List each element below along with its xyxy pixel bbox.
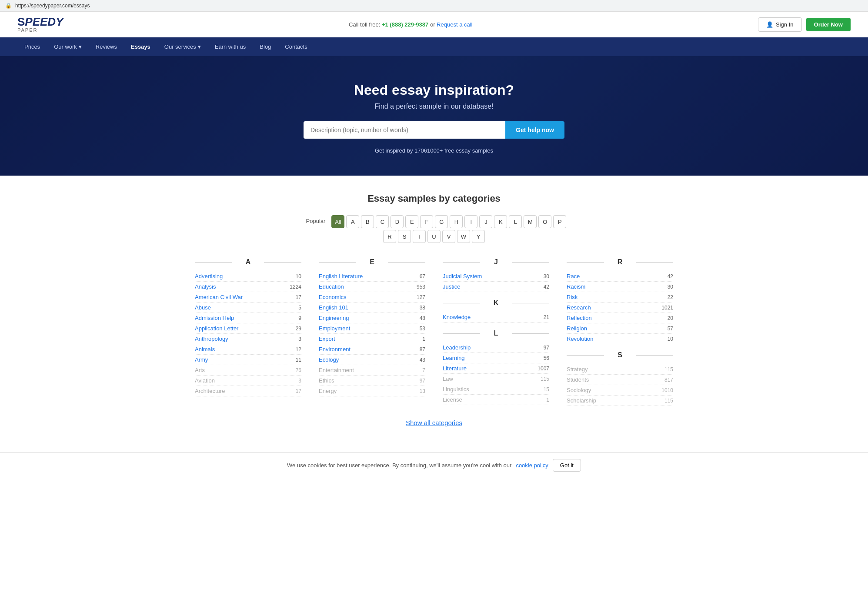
- category-link[interactable]: Aviation: [195, 377, 284, 384]
- list-item: Racism 30: [567, 282, 673, 292]
- phone-link[interactable]: +1 (888) 229-9387: [382, 21, 428, 28]
- category-link[interactable]: Revolution: [567, 336, 656, 342]
- category-link[interactable]: Literature: [443, 365, 532, 372]
- show-all-link[interactable]: Show all categories: [406, 419, 462, 426]
- category-link[interactable]: Scholarship: [567, 397, 656, 404]
- category-link[interactable]: English Literature: [319, 273, 408, 279]
- nav-reviews[interactable]: Reviews: [89, 37, 124, 56]
- alpha-btn-d[interactable]: D: [391, 215, 404, 228]
- alpha-btn-l[interactable]: L: [509, 215, 522, 228]
- alpha-btn-h[interactable]: H: [450, 215, 463, 228]
- nav-contacts[interactable]: Contacts: [278, 37, 314, 56]
- alpha-btn-f[interactable]: F: [420, 215, 433, 228]
- category-link[interactable]: English 101: [319, 304, 408, 311]
- alpha-btn-c[interactable]: C: [376, 215, 389, 228]
- category-link[interactable]: Strategy: [567, 366, 656, 372]
- alpha-btn-u[interactable]: U: [427, 230, 441, 243]
- category-link[interactable]: Environment: [319, 346, 408, 353]
- category-link[interactable]: Export: [319, 336, 408, 342]
- alpha-btn-w[interactable]: W: [457, 230, 470, 243]
- alpha-btn-s[interactable]: S: [398, 230, 411, 243]
- alpha-btn-t[interactable]: T: [413, 230, 426, 243]
- category-link[interactable]: Application Letter: [195, 325, 284, 332]
- alpha-btn-j[interactable]: J: [479, 215, 492, 228]
- category-link[interactable]: Economics: [319, 294, 408, 300]
- nav-our-work[interactable]: Our work ▾: [47, 37, 89, 56]
- category-link[interactable]: Animals: [195, 346, 284, 353]
- alpha-btn-m[interactable]: M: [524, 215, 537, 228]
- category-link[interactable]: Arts: [195, 367, 284, 373]
- nav-blog[interactable]: Blog: [253, 37, 278, 56]
- list-item: Army 11: [195, 355, 301, 365]
- nav-prices[interactable]: Prices: [17, 37, 47, 56]
- alpha-btn-g[interactable]: G: [435, 215, 448, 228]
- search-input[interactable]: [304, 121, 505, 139]
- nav-essays[interactable]: Essays: [124, 37, 157, 56]
- category-link[interactable]: Admission Help: [195, 315, 284, 321]
- nav-earn-with-us[interactable]: Earn with us: [208, 37, 253, 56]
- category-link[interactable]: Leadership: [443, 344, 532, 351]
- list-item: Engineering 48: [319, 313, 425, 323]
- cookie-policy-link[interactable]: cookie policy: [516, 462, 548, 469]
- category-count: 15: [532, 386, 549, 392]
- gotit-button[interactable]: Got it: [553, 459, 581, 472]
- category-link[interactable]: Abuse: [195, 304, 284, 311]
- alpha-btn-y[interactable]: Y: [472, 230, 485, 243]
- order-button[interactable]: Order Now: [806, 18, 851, 31]
- list-item: English Literature 67: [319, 271, 425, 282]
- category-link[interactable]: Race: [567, 273, 656, 279]
- alpha-btn-v[interactable]: V: [442, 230, 455, 243]
- list-item: Analysis 1224: [195, 282, 301, 292]
- category-link[interactable]: Energy: [319, 388, 408, 394]
- category-link[interactable]: Analysis: [195, 283, 284, 290]
- search-button[interactable]: Get help now: [505, 121, 564, 139]
- list-item: Sociology 1010: [567, 385, 673, 396]
- category-link[interactable]: Entertainment: [319, 367, 408, 373]
- category-link[interactable]: Research: [567, 304, 656, 311]
- category-link[interactable]: Advertising: [195, 273, 284, 279]
- category-link[interactable]: Learning: [443, 355, 532, 361]
- category-link[interactable]: Students: [567, 376, 656, 383]
- alpha-btn-b[interactable]: B: [361, 215, 374, 228]
- alpha-btn-o[interactable]: O: [538, 215, 551, 228]
- call-label: Call toll free:: [349, 21, 380, 28]
- request-call-link[interactable]: Request a call: [437, 21, 472, 28]
- category-link[interactable]: Ecology: [319, 356, 408, 363]
- category-link[interactable]: Justice: [443, 283, 532, 290]
- category-link[interactable]: Knowledge: [443, 314, 532, 320]
- category-link[interactable]: Sociology: [567, 387, 656, 393]
- category-link[interactable]: Religion: [567, 325, 656, 332]
- category-link[interactable]: Law: [443, 376, 532, 382]
- category-link[interactable]: Judicial System: [443, 273, 532, 279]
- alpha-btn-e[interactable]: E: [405, 215, 418, 228]
- category-count: 43: [408, 357, 425, 363]
- category-link[interactable]: License: [443, 396, 532, 403]
- alpha-btn-r[interactable]: R: [383, 230, 396, 243]
- nav-our-services[interactable]: Our services ▾: [157, 37, 208, 56]
- category-link[interactable]: Architecture: [195, 388, 284, 394]
- alpha-btn-all[interactable]: All: [331, 215, 344, 228]
- category-count: 48: [408, 315, 425, 321]
- category-link[interactable]: American Civil War: [195, 294, 284, 300]
- category-count: 57: [656, 326, 673, 332]
- category-link[interactable]: Linguistics: [443, 386, 532, 392]
- alpha-btn-a[interactable]: A: [346, 215, 359, 228]
- category-link[interactable]: Education: [319, 283, 408, 290]
- category-link[interactable]: Anthropology: [195, 336, 284, 342]
- signin-button[interactable]: 👤 Sign In: [758, 17, 801, 32]
- list-item: Strategy 115: [567, 364, 673, 375]
- category-link[interactable]: Ethics: [319, 377, 408, 384]
- category-link[interactable]: Employment: [319, 325, 408, 332]
- category-link[interactable]: Racism: [567, 283, 656, 290]
- category-column-a: A Advertising 10 Analysis 1224 American …: [195, 258, 301, 406]
- chevron-down-icon: ▾: [198, 43, 201, 50]
- category-link[interactable]: Army: [195, 356, 284, 363]
- alpha-btn-p[interactable]: P: [553, 215, 566, 228]
- category-link[interactable]: Risk: [567, 294, 656, 300]
- category-link[interactable]: Reflection: [567, 315, 656, 321]
- categories-section: Essay samples by categories Popular All …: [0, 176, 868, 452]
- category-link[interactable]: Engineering: [319, 315, 408, 321]
- alpha-btn-i[interactable]: I: [464, 215, 477, 228]
- alpha-btn-k[interactable]: K: [494, 215, 507, 228]
- category-count: 3: [284, 378, 301, 384]
